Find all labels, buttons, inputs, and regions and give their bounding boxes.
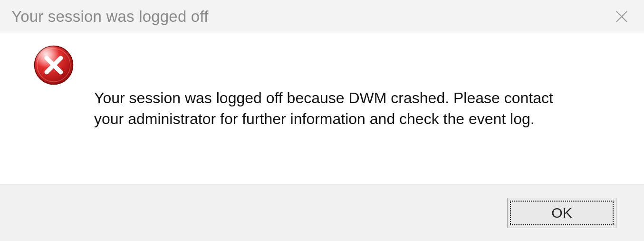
close-icon: [614, 9, 630, 25]
dialog-title: Your session was logged off: [11, 8, 209, 26]
close-button[interactable]: [610, 5, 634, 29]
message-dialog: Your session was logged off: [0, 0, 644, 241]
dialog-footer: OK: [0, 184, 644, 241]
error-icon: [33, 45, 74, 86]
dialog-message: Your session was logged off because DWM …: [94, 88, 569, 129]
dialog-content: Your session was logged off because DWM …: [0, 33, 644, 184]
ok-button[interactable]: OK: [507, 198, 616, 228]
titlebar: Your session was logged off: [0, 0, 644, 33]
